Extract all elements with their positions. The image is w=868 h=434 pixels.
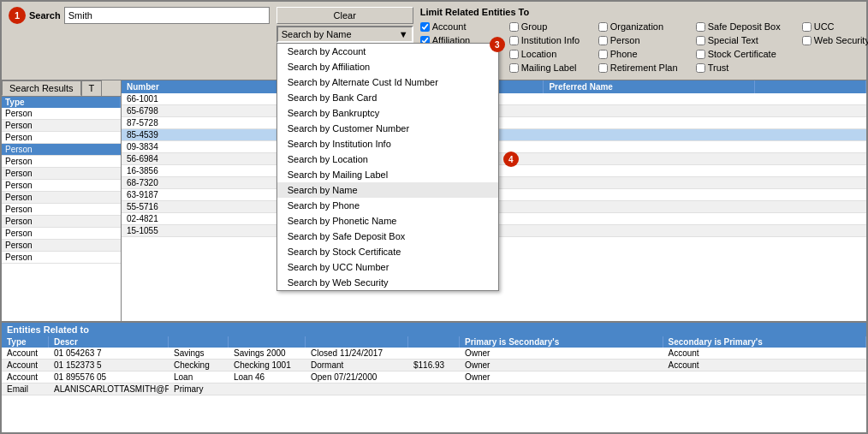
search-input[interactable]	[64, 7, 270, 24]
list-item[interactable]: Person	[2, 180, 121, 192]
search-by-phonetic[interactable]: Search by Phonetic Name	[277, 213, 498, 229]
list-item[interactable]: Person	[2, 204, 121, 216]
list-item[interactable]: Person	[2, 240, 121, 252]
checkbox-group[interactable]: Group	[509, 20, 595, 33]
search-by-ucc[interactable]: Search by UCC Number	[277, 259, 498, 275]
list-item[interactable]: Person	[2, 168, 121, 180]
list-item[interactable]: Person	[2, 252, 121, 264]
search-by-institution[interactable]: Search by Institution Info	[277, 136, 498, 152]
limit-title: Limit Related Entities To	[420, 7, 868, 17]
search-by-bankruptcy[interactable]: Search by Bankruptcy	[277, 105, 498, 121]
entities-col3-header	[169, 336, 229, 348]
entities-type-header: Type	[2, 336, 49, 348]
search-by-alt-cust[interactable]: Search by Alternate Cust Id Number	[277, 74, 498, 90]
type-column-header: Type	[2, 97, 121, 108]
clear-button[interactable]: Clear	[276, 7, 413, 24]
search-type-menu: 3 Search by Account Search by Affiliatio…	[276, 43, 499, 291]
badge-1: 1	[9, 7, 26, 24]
entities-col4-header	[229, 336, 306, 348]
search-label: Search	[29, 10, 61, 21]
list-item[interactable]: Person	[2, 192, 121, 204]
search-by-stock-cert[interactable]: Search by Stock Certificate	[277, 244, 498, 259]
search-by-affiliation[interactable]: Search by Affiliation	[277, 59, 498, 74]
entities-secondary-header: Secondary is Primary's	[663, 336, 867, 348]
search-by-name[interactable]: Search by Name	[277, 182, 498, 198]
list-item[interactable]: Person	[2, 108, 121, 120]
checkbox-retirement[interactable]: Retirement Plan	[598, 61, 693, 74]
checkbox-special-text[interactable]: Special Text	[696, 33, 799, 47]
list-item[interactable]: Person	[2, 144, 121, 156]
entity-row[interactable]: Account 01 895576 05 Loan Loan 46 Open 0…	[2, 372, 866, 383]
chevron-down-icon: ▼	[399, 29, 408, 39]
list-item[interactable]: Person	[2, 156, 121, 168]
entities-col6-header	[408, 336, 460, 348]
search-by-web-security[interactable]: Search by Web Security	[277, 275, 498, 290]
entity-row[interactable]: Account 01 152373 5 Checking Checking 10…	[2, 360, 866, 372]
search-type-dropdown[interactable]: Search by Name ▼	[276, 26, 413, 43]
checkbox-safe-deposit[interactable]: Safe Deposit Box	[696, 20, 799, 33]
search-by-customer[interactable]: Search by Customer Number	[277, 121, 498, 136]
entities-col5-header	[306, 336, 408, 348]
checkbox-person[interactable]: Person	[598, 33, 693, 47]
list-item[interactable]: Person	[2, 228, 121, 240]
badge-4: 4	[503, 152, 519, 167]
checkbox-web-security[interactable]: Web Security 2	[802, 33, 868, 47]
entities-header: Entities Related to	[2, 323, 866, 336]
checkbox-organization[interactable]: Organization	[598, 20, 693, 33]
preferred-col-header: Preferred Name	[544, 80, 755, 93]
search-by-safe-deposit[interactable]: Search by Safe Deposit Box	[277, 229, 498, 244]
search-by-bank-card[interactable]: Search by Bank Card	[277, 90, 498, 105]
checkbox-institution[interactable]: Institution Info	[509, 33, 595, 47]
list-item[interactable]: Person	[2, 132, 121, 144]
entities-descr-header: Descr	[49, 336, 169, 348]
checkbox-phone[interactable]: Phone	[598, 47, 693, 61]
checkbox-trust[interactable]: Trust	[696, 61, 799, 74]
badge-3: 3	[490, 37, 505, 52]
search-by-location[interactable]: Search by Location 4	[277, 152, 498, 167]
search-by-mailing[interactable]: Search by Mailing Label	[277, 167, 498, 182]
entity-row[interactable]: Email ALANISCARLOTTASMITH@FPSGOLD... Pri…	[2, 383, 866, 395]
entities-table-body: Account 01 054263 7 Savings Savings 2000…	[2, 348, 866, 432]
entities-primary-header: Primary is Secondary's	[460, 336, 663, 348]
checkbox-account[interactable]: Account	[420, 20, 506, 33]
search-results-list: Person Person Person Person Person Perso…	[2, 108, 121, 321]
list-item[interactable]: Person	[2, 216, 121, 228]
search-by-account[interactable]: Search by Account	[277, 44, 498, 59]
checkbox-location[interactable]: Location	[509, 47, 595, 61]
list-item[interactable]: Person	[2, 120, 121, 132]
tab-label: Search Results	[9, 83, 74, 93]
entity-row[interactable]: Account 01 054263 7 Savings Savings 2000…	[2, 348, 866, 360]
tab-search-results[interactable]: Search Results	[2, 80, 81, 96]
extra-col-header	[755, 80, 866, 93]
checkbox-mailing[interactable]: Mailing Label	[509, 61, 595, 74]
checkbox-ucc[interactable]: UCC	[802, 20, 868, 33]
checkbox-stock-cert[interactable]: Stock Certificate	[696, 47, 799, 61]
tab-2[interactable]: T	[81, 80, 103, 96]
search-by-phone[interactable]: Search by Phone	[277, 198, 498, 213]
